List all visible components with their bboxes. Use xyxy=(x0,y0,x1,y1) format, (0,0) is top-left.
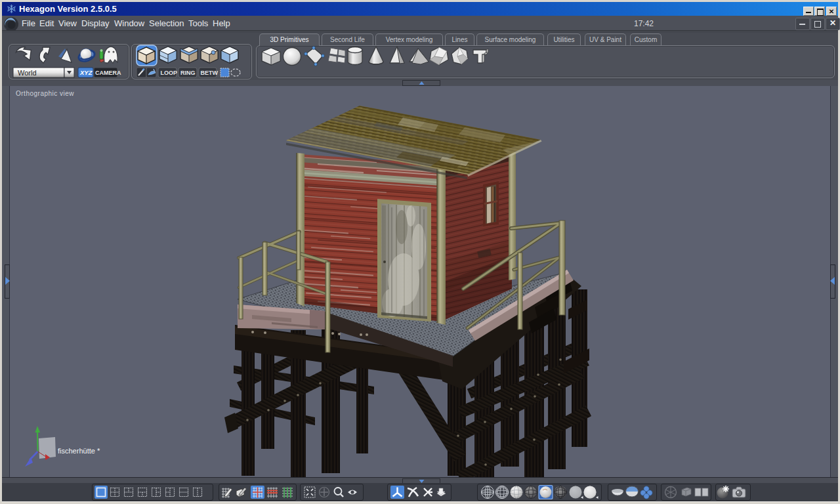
svg-text:CAMERA: CAMERA xyxy=(95,70,121,76)
svg-text:XYZ: XYZ xyxy=(79,69,93,76)
svg-text:RING: RING xyxy=(180,70,196,76)
svg-text:LOOP: LOOP xyxy=(161,70,178,76)
svg-text:BETW: BETW xyxy=(201,70,219,76)
svg-text:World: World xyxy=(18,69,37,77)
